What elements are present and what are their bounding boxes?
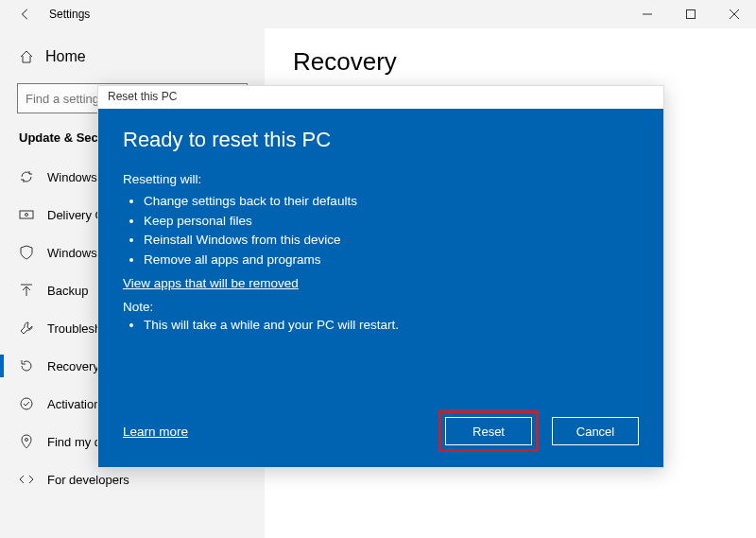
sync-icon [19,169,34,184]
list-item: Reinstall Windows from this device [144,231,639,251]
reset-highlight: Reset [438,410,539,452]
list-item: This will take a while and your PC will … [144,316,639,336]
svg-point-8 [26,439,28,442]
svg-rect-4 [20,211,33,218]
reset-pc-dialog: Reset this PC Ready to reset this PC Res… [97,85,664,468]
cancel-button[interactable]: Cancel [552,417,639,445]
titlebar: Settings [0,0,756,28]
developers-icon [19,472,34,487]
list-item: Remove all apps and programs [144,251,639,270]
minimize-button[interactable] [626,0,669,28]
delivery-icon [19,207,34,222]
maximize-button[interactable] [669,0,713,28]
sidebar-item-label: Activation [47,397,100,411]
activation-icon [19,396,34,411]
close-button[interactable] [713,0,756,28]
note-label: Note: [123,300,639,314]
back-icon[interactable] [19,8,32,21]
location-icon [19,434,34,449]
window-title: Settings [49,8,90,21]
home-icon [19,49,34,64]
shield-icon [19,245,34,260]
svg-rect-1 [687,10,696,19]
learn-more-link[interactable]: Learn more [123,425,188,439]
backup-icon [19,283,34,298]
recovery-icon [19,358,34,373]
list-item: Change settings back to their defaults [144,192,639,212]
dialog-heading: Ready to reset this PC [123,128,639,152]
reset-button[interactable]: Reset [445,417,532,445]
sidebar-item-home[interactable]: Home [0,38,265,76]
resetting-list: Change settings back to their defaults K… [123,192,639,271]
svg-point-5 [26,214,28,217]
note-list: This will take a while and your PC will … [123,316,639,336]
sidebar-home-label: Home [45,48,86,65]
sidebar-item-label: For developers [47,473,129,487]
list-item: Keep personal files [144,212,639,232]
sidebar-item-label: Backup [47,284,88,298]
dialog-title: Reset this PC [98,86,663,109]
wrench-icon [19,321,34,336]
sidebar-item-label: Recovery [47,359,99,373]
page-title: Recovery [293,47,756,77]
svg-point-7 [21,398,32,409]
resetting-label: Resetting will: [123,169,639,190]
view-apps-link[interactable]: View apps that will be removed [123,276,639,290]
